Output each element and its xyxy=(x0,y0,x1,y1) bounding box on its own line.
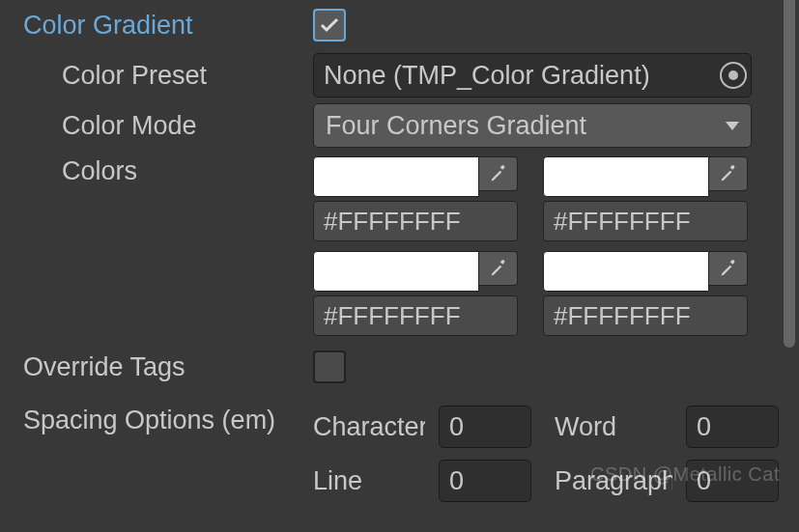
override-tags-checkbox[interactable] xyxy=(313,350,346,383)
eyedropper-icon xyxy=(489,164,508,183)
spacing-word-field[interactable]: 0 xyxy=(686,406,779,448)
spacing-paragraph-field[interactable]: 0 xyxy=(686,460,779,502)
override-tags-label: Override Tags xyxy=(23,352,313,382)
spacing-character-label: Character xyxy=(313,412,425,442)
chevron-down-icon xyxy=(726,122,739,130)
color-top-right-hex[interactable]: #FFFFFFFF xyxy=(543,201,748,241)
checkmark-icon xyxy=(318,14,341,37)
spacing-options-label: Spacing Options (em) xyxy=(23,406,313,435)
color-bottom-right-eyedropper[interactable] xyxy=(709,251,748,286)
eyedropper-icon xyxy=(719,164,738,183)
spacing-character-field[interactable]: 0 xyxy=(439,406,531,448)
eyedropper-icon xyxy=(489,259,508,278)
spacing-line-label: Line xyxy=(313,466,425,496)
color-top-right-eyedropper[interactable] xyxy=(709,156,748,191)
color-mode-label: Color Mode xyxy=(23,111,313,141)
color-top-right-swatch[interactable] xyxy=(543,156,709,197)
color-preset-label: Color Preset xyxy=(23,61,313,91)
spacing-word-label: Word xyxy=(555,412,672,442)
color-mode-dropdown[interactable]: Four Corners Gradient xyxy=(313,103,752,148)
color-bottom-left-swatch[interactable] xyxy=(313,251,479,292)
color-top-left-hex[interactable]: #FFFFFFFF xyxy=(313,201,518,241)
color-preset-field[interactable]: None (TMP_Color Gradient) xyxy=(313,53,752,98)
color-top-left-swatch[interactable] xyxy=(313,156,479,197)
colors-label: Colors xyxy=(23,156,313,186)
color-mode-value: Four Corners Gradient xyxy=(326,111,726,141)
spacing-paragraph-label: Paragraph xyxy=(555,466,672,496)
object-picker-icon[interactable] xyxy=(720,62,747,89)
color-top-left-eyedropper[interactable] xyxy=(479,156,518,191)
eyedropper-icon xyxy=(719,259,738,278)
color-bottom-right-hex[interactable]: #FFFFFFFF xyxy=(543,295,748,336)
color-bottom-right-swatch[interactable] xyxy=(543,251,709,292)
color-bottom-left-hex[interactable]: #FFFFFFFF xyxy=(313,295,518,336)
color-bottom-left-eyedropper[interactable] xyxy=(479,251,518,286)
color-gradient-label: Color Gradient xyxy=(23,11,313,41)
spacing-line-field[interactable]: 0 xyxy=(439,460,531,502)
color-gradient-checkbox[interactable] xyxy=(313,9,346,42)
scrollbar-thumb[interactable] xyxy=(784,0,795,348)
color-preset-value: None (TMP_Color Gradient) xyxy=(324,61,720,91)
